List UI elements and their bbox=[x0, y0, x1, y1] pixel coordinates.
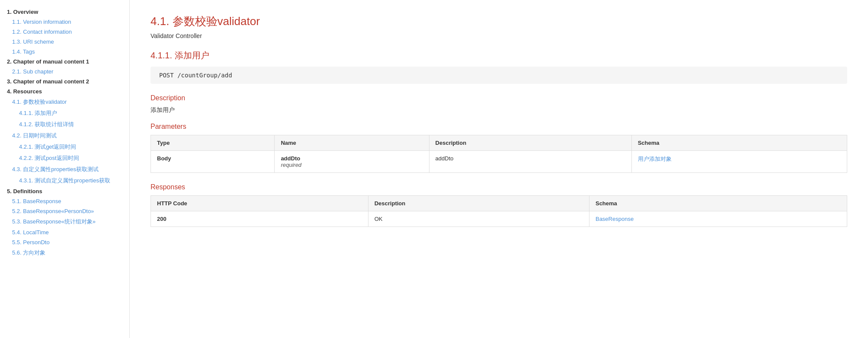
sidebar-item-item-1-4[interactable]: 1.4. Tags bbox=[0, 47, 129, 57]
sidebar-item-item-4-2-1[interactable]: 4.2.1. 测试get返回时间 bbox=[0, 141, 129, 153]
sidebar-item-item-2[interactable]: 2. Chapter of manual content 1 bbox=[0, 57, 129, 67]
description-text: 添加用户 bbox=[151, 106, 847, 114]
resp-description: OK bbox=[368, 211, 589, 227]
code-block: POST /countGroup/add bbox=[151, 67, 847, 84]
resp-col-code: HTTP Code bbox=[151, 196, 368, 211]
sidebar-item-item-4-2-2[interactable]: 4.2.2. 测试post返回时间 bbox=[0, 153, 129, 164]
param-col-description: Description bbox=[429, 135, 631, 151]
sidebar-item-item-5[interactable]: 5. Definitions bbox=[0, 186, 129, 196]
parameters-label: Parameters bbox=[151, 123, 847, 131]
param-col-type: Type bbox=[151, 135, 275, 151]
resp-col-description: Description bbox=[368, 196, 589, 211]
sidebar-item-item-4-1-2[interactable]: 4.1.2. 获取统计组详情 bbox=[0, 119, 129, 130]
param-type: Body bbox=[151, 151, 275, 173]
sidebar-item-item-4-3-1[interactable]: 4.3.1. 测试自定义属性properties获取 bbox=[0, 175, 129, 186]
main-content: 4.1. 参数校验validator Validator Controller … bbox=[130, 0, 868, 338]
sidebar-item-item-2-1[interactable]: 2.1. Sub chapter bbox=[0, 67, 129, 77]
param-name: addDto required bbox=[275, 151, 429, 173]
sidebar-item-item-1[interactable]: 1. Overview bbox=[0, 7, 129, 17]
sidebar-item-item-5-4[interactable]: 5.4. LocalTime bbox=[0, 227, 129, 237]
sidebar-item-item-4-2[interactable]: 4.2. 日期时间测试 bbox=[0, 130, 129, 141]
responses-table: HTTP Code Description Schema 200 OK Base… bbox=[151, 195, 847, 227]
subsection-title: 4.1.1. 添加用户 bbox=[151, 50, 847, 61]
table-row: 200 OK BaseResponse bbox=[151, 211, 847, 227]
param-col-schema: Schema bbox=[631, 135, 847, 151]
responses-label: Responses bbox=[151, 183, 847, 191]
resp-col-schema: Schema bbox=[589, 196, 847, 211]
main-section-title: 4.1. 参数校验validator bbox=[151, 14, 847, 29]
sidebar-item-item-4[interactable]: 4. Resources bbox=[0, 86, 129, 96]
param-description: addDto bbox=[429, 151, 631, 173]
sidebar-item-item-5-2[interactable]: 5.2. BaseResponse«PersonDto» bbox=[0, 206, 129, 216]
parameters-table: Type Name Description Schema Body addDto… bbox=[151, 135, 847, 173]
resp-schema-link[interactable]: BaseResponse bbox=[596, 216, 634, 222]
sidebar-item-item-4-3[interactable]: 4.3. 自定义属性properties获取测试 bbox=[0, 164, 129, 175]
param-required: required bbox=[281, 162, 423, 168]
sidebar-item-item-1-2[interactable]: 1.2. Contact information bbox=[0, 27, 129, 37]
resp-schema[interactable]: BaseResponse bbox=[589, 211, 847, 227]
param-schema[interactable]: 用户添加对象 bbox=[631, 151, 847, 173]
description-label: Description bbox=[151, 94, 847, 102]
param-col-name: Name bbox=[275, 135, 429, 151]
subtitle: Validator Controller bbox=[151, 32, 847, 39]
sidebar-item-item-4-1[interactable]: 4.1. 参数校验validator bbox=[0, 96, 129, 108]
sidebar-item-item-5-5[interactable]: 5.5. PersonDto bbox=[0, 237, 129, 247]
sidebar-item-item-4-1-1[interactable]: 4.1.1. 添加用户 bbox=[0, 108, 129, 119]
sidebar-item-item-1-1[interactable]: 1.1. Version information bbox=[0, 17, 129, 27]
sidebar-item-item-5-3[interactable]: 5.3. BaseResponse«统计组对象» bbox=[0, 216, 129, 227]
sidebar-item-item-5-6[interactable]: 5.6. 方向对象 bbox=[0, 247, 129, 258]
table-row: Body addDto required addDto 用户添加对象 bbox=[151, 151, 847, 173]
sidebar-item-item-3[interactable]: 3. Chapter of manual content 2 bbox=[0, 77, 129, 86]
resp-code: 200 bbox=[151, 211, 368, 227]
schema-link[interactable]: 用户添加对象 bbox=[638, 156, 672, 162]
sidebar: 1. Overview1.1. Version information1.2. … bbox=[0, 0, 130, 338]
sidebar-item-item-1-3[interactable]: 1.3. URI scheme bbox=[0, 37, 129, 47]
sidebar-item-item-5-1[interactable]: 5.1. BaseResponse bbox=[0, 196, 129, 206]
